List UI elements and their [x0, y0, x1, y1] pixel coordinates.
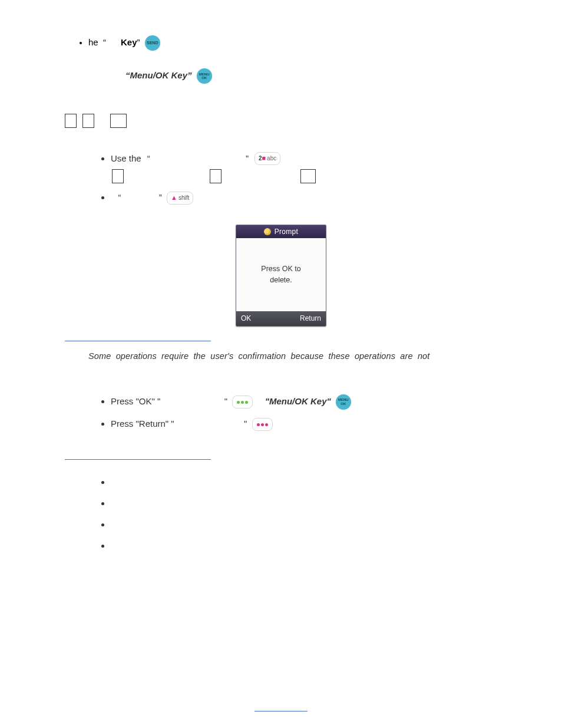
softkey-return[interactable]: Return	[300, 313, 321, 324]
note-text: Some operations require the user's confi…	[88, 350, 515, 363]
device-body: Press OK to delete.	[236, 238, 326, 311]
box-row	[64, 113, 515, 128]
three-dots-icon	[236, 397, 249, 407]
use-the-text: Use the	[111, 151, 141, 166]
menu-ok-badge: MENUOK	[197, 68, 212, 84]
end-quote-2: "	[244, 419, 247, 429]
divider-line	[65, 459, 211, 460]
list-item: Press "OK" " " "Menu/OK Key" MENUOK	[111, 394, 515, 410]
device-titlebar: Prompt	[236, 225, 326, 238]
empty-box	[300, 169, 316, 183]
device-body-line1: Press OK to	[261, 263, 300, 275]
bullet-list-middle: Use the “ ” 2 ■ abc “ ”	[47, 151, 515, 205]
device-body-line2: delete.	[270, 275, 292, 286]
press-ok-text: Press "OK" "	[111, 396, 160, 406]
key-bold-label: Key	[121, 37, 137, 47]
shift-key-pill: ▲ shift	[167, 192, 193, 205]
press-return-text: Press "Return" "	[111, 419, 174, 429]
list-item: Use the “ ” 2 ■ abc	[111, 151, 515, 183]
list-item: Press "Return" " "	[111, 417, 515, 431]
menu-ok-badge-2-text: MENUOK	[338, 398, 349, 406]
text-he: he	[88, 37, 98, 47]
tiny-glyph: ■	[262, 153, 266, 164]
device-prompt-screenshot: Prompt Press OK to delete. OK Return	[236, 225, 326, 327]
use-the-line: Use the “ ” 2 ■ abc	[111, 151, 515, 166]
end-quote: "	[224, 396, 227, 406]
menu-ok-badge-text: MENUOK	[199, 73, 210, 80]
bullet-list-top: he “ Key” SEND	[47, 35, 515, 51]
green-dots-pill	[232, 396, 253, 409]
menu-ok-label-text: Menu/OK Key	[130, 70, 188, 80]
text-close-quote: ”	[246, 151, 249, 166]
menu-ok-label: “Menu/OK Key”	[125, 70, 192, 80]
list-item: he “ Key” SEND	[88, 35, 515, 51]
device-title: Prompt	[275, 226, 298, 238]
list-item	[111, 475, 515, 489]
empty-box	[210, 169, 222, 183]
footer-link-underline	[254, 711, 308, 711]
abc-text: abc	[267, 154, 276, 163]
send-badge-text: SEND	[147, 41, 158, 45]
pink-dots-pill	[252, 418, 273, 431]
send-key-badge: SEND	[145, 35, 160, 51]
empty-box	[112, 169, 124, 183]
text-open-quote: “	[145, 151, 150, 166]
prompt-icon	[264, 228, 271, 235]
empty-box	[65, 114, 77, 128]
divider-line	[65, 341, 211, 341]
close-quote: ”	[159, 192, 162, 202]
arrow-up-icon: ▲	[171, 193, 177, 203]
open-quote: “	[111, 192, 121, 202]
shift-text: shift	[178, 193, 189, 203]
bullet-list-ok-return: Press "OK" " " "Menu/OK Key" MENUOK Pres…	[47, 394, 515, 431]
list-item	[111, 496, 515, 510]
three-dots-icon	[256, 420, 269, 429]
menu-ok-badge-2: MENUOK	[336, 394, 351, 410]
softkey-ok[interactable]: OK	[241, 313, 251, 324]
bullet-list-empty	[47, 475, 515, 553]
key-2abc-pill: 2 ■ abc	[254, 152, 280, 165]
empty-box	[82, 114, 94, 128]
menu-ok-label-2: "Menu/OK Key"	[265, 396, 331, 406]
list-item	[111, 518, 515, 532]
device-softkeys: OK Return	[236, 311, 326, 326]
document-page: he “ Key” SEND “Menu/OK Key” MENUOK Use …	[0, 0, 562, 728]
list-item: “ ” ▲ shift	[111, 190, 515, 205]
list-item	[111, 539, 515, 553]
empty-box	[110, 114, 127, 128]
menu-ok-line: “Menu/OK Key” MENUOK	[125, 68, 515, 84]
